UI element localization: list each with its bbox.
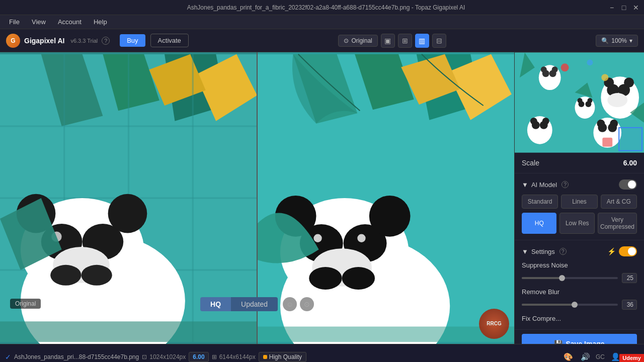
logo-area: G Gigapixel AI v6.3.3 Trial ?	[6, 34, 110, 48]
menu-view[interactable]: View	[27, 17, 51, 27]
maximize-button[interactable]: □	[620, 4, 628, 12]
watermark-circle: RRCG	[479, 309, 509, 339]
svg-point-56	[601, 74, 608, 81]
remove-blur-value[interactable]: 36	[622, 300, 637, 310]
settings-chevron-icon[interactable]: ▼	[522, 248, 528, 255]
scale-label: Scale	[522, 159, 539, 167]
quality-hq-button[interactable]: HQ	[522, 213, 556, 234]
remove-blur-fill	[522, 304, 575, 306]
title-bar-controls: − □ ✕	[608, 4, 640, 12]
hq-label: HQ	[200, 297, 231, 311]
suppress-noise-label: Suppress Noise	[522, 261, 637, 269]
model-artcg-button[interactable]: Art & CG	[601, 195, 637, 209]
thumbnail-area	[515, 52, 644, 153]
quality-compressed-button[interactable]: Very Compressed	[598, 213, 637, 234]
settings-header: ▼ Settings ? ⚡	[522, 246, 637, 256]
menu-account[interactable]: Account	[53, 17, 87, 27]
main-layout: Original HQ Updated ☺ ⊙ RRCG	[0, 52, 644, 344]
udemy-badge: Udemy	[619, 354, 644, 362]
suppress-noise-thumb	[559, 275, 565, 281]
svg-point-55	[587, 59, 593, 65]
svg-point-65	[530, 118, 537, 125]
svg-point-54	[561, 63, 569, 71]
thumbnail-image	[515, 52, 644, 153]
menu-bar: File View Account Help	[0, 15, 644, 29]
speaker-icon[interactable]: 🔊	[579, 350, 592, 363]
svg-point-71	[610, 120, 618, 128]
svg-point-17	[50, 265, 81, 286]
canvas-area[interactable]: Original HQ Updated ☺ ⊙ RRCG	[0, 52, 514, 344]
minimize-button[interactable]: −	[608, 4, 616, 12]
svg-point-34	[313, 234, 321, 242]
svg-rect-23	[0, 321, 257, 342]
ai-model-toggle[interactable]	[619, 179, 637, 190]
suppress-noise-value[interactable]: 25	[622, 273, 637, 283]
view-split-v-button[interactable]: ▥	[415, 34, 429, 48]
action-bar: ✓ AshJones_pandas_pri...88-d7155cc44e7b.…	[0, 344, 644, 362]
view-split-h-button[interactable]: ⊞	[398, 34, 412, 48]
suppress-noise-row: 25	[522, 273, 637, 283]
save-image-button[interactable]: 💾 Save Image	[522, 334, 637, 344]
view-compare-button[interactable]: ⊟	[432, 34, 446, 48]
close-button[interactable]: ✕	[632, 4, 640, 12]
settings-toggle-area: ⚡	[607, 246, 637, 256]
svg-point-70	[597, 120, 605, 128]
quality-badge: High Quality	[259, 352, 306, 362]
zoom-control[interactable]: 🔍 100% ▾	[596, 35, 638, 47]
buy-button[interactable]: Buy	[120, 34, 145, 47]
svg-point-60	[578, 98, 583, 103]
remove-blur-row: 36	[522, 300, 637, 310]
ai-model-chevron-icon[interactable]: ▼	[522, 181, 528, 189]
color-icon[interactable]: 🎨	[561, 350, 575, 363]
badge-icons: ☺ ⊙	[283, 297, 314, 311]
suppress-noise-track[interactable]	[522, 277, 618, 279]
title-bar: AshJones_pandas_print_for_a_fibric_20232…	[0, 0, 644, 15]
fix-compression-control: Fix Compre...	[522, 315, 637, 322]
svg-point-35	[357, 234, 365, 242]
help-icon[interactable]: ?	[102, 37, 110, 45]
app-version: v6.3.3 Trial	[70, 38, 98, 44]
input-res-label: 1024x1024px	[149, 353, 186, 360]
svg-point-66	[542, 118, 549, 125]
ai-model-header: ▼ AI Model ?	[522, 179, 637, 190]
check-icon: ✓	[5, 353, 11, 361]
svg-point-61	[587, 98, 592, 103]
svg-point-48	[624, 77, 634, 87]
model-standard-button[interactable]: Standard	[522, 195, 558, 209]
scale-section: Scale 6.00	[515, 153, 644, 173]
settings-toggle-knob	[628, 247, 636, 255]
model-buttons-group: Standard Lines Art & CG	[522, 195, 637, 209]
ai-model-help-icon[interactable]: ?	[561, 181, 569, 188]
original-label: Original	[351, 37, 372, 44]
menu-file[interactable]: File	[4, 17, 25, 27]
settings-label: Settings	[531, 248, 555, 255]
scale-badge: 6.00	[189, 352, 208, 362]
remove-blur-track[interactable]	[522, 304, 618, 306]
toolbar: G Gigapixel AI v6.3.3 Trial ? Buy Activa…	[0, 29, 644, 52]
suppress-noise-fill	[522, 277, 562, 279]
activate-button[interactable]: Activate	[150, 34, 189, 47]
settings-help-icon[interactable]: ?	[559, 248, 567, 255]
original-icon: ⊙	[344, 37, 349, 44]
ai-model-title: ▼ AI Model ?	[522, 181, 569, 189]
settings-title: ▼ Settings ?	[522, 248, 567, 255]
quality-label: High Quality	[269, 353, 302, 360]
badge-icon-smile[interactable]: ☺	[283, 297, 297, 311]
output-res-icon: ⊞	[212, 353, 217, 360]
ai-model-toggle-area	[619, 179, 637, 190]
model-lines-button[interactable]: Lines	[561, 195, 597, 209]
output-res-info: ⊞ 6144x6144px	[212, 353, 256, 360]
view-single-button[interactable]: ▣	[381, 34, 395, 48]
svg-point-20	[108, 194, 147, 233]
badge-icon-info[interactable]: ⊙	[300, 297, 314, 311]
canvas-original-label: Original	[10, 299, 41, 309]
hq-badge: HQ Updated ☺ ⊙	[200, 297, 314, 311]
original-button[interactable]: ⊙ Original	[338, 35, 377, 47]
quality-lowres-button[interactable]: Low Res	[559, 213, 594, 234]
settings-toggle[interactable]	[619, 246, 637, 256]
menu-help[interactable]: Help	[89, 17, 112, 27]
fix-compression-label: Fix Compre...	[522, 315, 637, 322]
file-info: ✓ AshJones_pandas_pri...88-d7155cc44e7b.…	[5, 352, 557, 362]
svg-rect-72	[602, 138, 612, 147]
svg-rect-77	[619, 128, 642, 151]
